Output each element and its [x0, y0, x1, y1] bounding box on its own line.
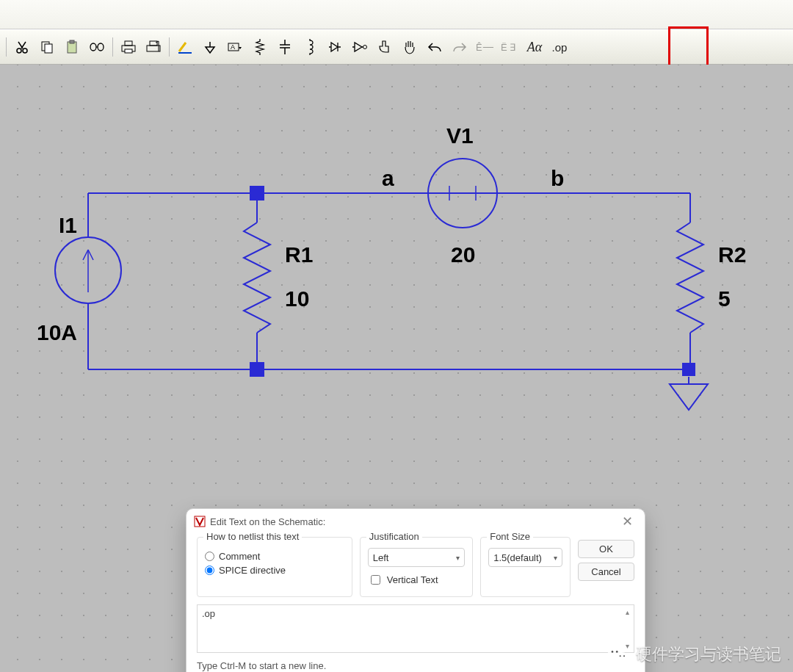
draw-wire-icon[interactable] — [174, 36, 196, 58]
label-R2-value: 5 — [718, 286, 731, 311]
net-label-a: a — [382, 166, 394, 191]
radio-spice-directive[interactable]: SPICE directive — [205, 565, 344, 576]
text-icon[interactable]: Aα — [524, 36, 546, 58]
diode-icon[interactable] — [324, 36, 346, 58]
watermark-text: 硬件学习与读书笔记 — [636, 643, 781, 665]
cut-icon[interactable] — [11, 36, 33, 58]
scroll-up-icon[interactable]: ▴ — [622, 607, 632, 617]
mirror-icon[interactable]: Ë ∃ — [499, 36, 521, 58]
label-I1-name: I1 — [59, 213, 77, 238]
rotate-icon[interactable]: Ê⟶ — [474, 36, 496, 58]
fontsize-group: Font Size 1.5(default) ▾ — [480, 537, 571, 597]
justification-group-label: Justification — [366, 531, 422, 542]
label-V1-name: V1 — [446, 123, 474, 148]
window-header-strip — [0, 0, 793, 29]
fontsize-select[interactable]: 1.5(default) ▾ — [488, 548, 562, 567]
label-I1-value: 10A — [37, 320, 77, 345]
svg-rect-5 — [70, 40, 74, 43]
edit-text-dialog: Edit Text on the Schematic: ✕ How to net… — [186, 508, 645, 672]
separator — [112, 37, 113, 57]
svg-point-27 — [616, 651, 618, 653]
svg-text:Ê⟶: Ê⟶ — [476, 42, 493, 53]
dialog-titlebar: Edit Text on the Schematic: ✕ — [187, 509, 645, 534]
svg-point-15 — [363, 46, 367, 49]
radio-comment[interactable]: Comment — [205, 551, 344, 562]
label-R2-name: R2 — [718, 242, 746, 267]
wechat-icon — [606, 643, 630, 666]
svg-rect-22 — [682, 363, 695, 376]
svg-rect-11 — [147, 46, 160, 51]
svg-text:Ë ∃: Ë ∃ — [501, 42, 515, 53]
svg-point-6 — [90, 43, 96, 51]
label-V1-value: 20 — [451, 242, 475, 267]
net-label-b: b — [551, 166, 564, 191]
find-icon[interactable] — [86, 36, 108, 58]
justification-value: Left — [373, 552, 389, 563]
netlist-group-label: How to netlist this text — [203, 531, 302, 542]
svg-point-7 — [98, 43, 104, 51]
chevron-down-icon: ▾ — [554, 554, 557, 562]
svg-rect-12 — [150, 41, 157, 46]
schematic-canvas[interactable]: I1 10A R1 10 V1 20 R2 5 a b Edit Text on… — [0, 65, 793, 672]
resistor-icon[interactable] — [249, 36, 271, 58]
copy-icon[interactable] — [36, 36, 58, 58]
separator — [169, 37, 170, 57]
spice-directive-icon[interactable]: .op — [548, 36, 571, 58]
radio-comment-label: Comment — [219, 551, 260, 562]
justification-select[interactable]: Left ▾ — [368, 548, 465, 567]
watermark: 硬件学习与读书笔记 — [606, 643, 781, 666]
dialog-footer-hint: Type Ctrl-M to start a new line. — [197, 660, 634, 671]
app-icon — [194, 516, 206, 527]
svg-point-25 — [616, 652, 628, 662]
svg-point-26 — [612, 651, 614, 653]
drag-icon[interactable] — [399, 36, 421, 58]
directive-textarea[interactable]: .op ▴ ▾ — [197, 604, 634, 653]
svg-point-0 — [17, 48, 21, 53]
fontsize-group-label: Font Size — [487, 531, 533, 542]
main-toolbar: A Ê⟶ Ë ∃ Aα .op — [0, 29, 793, 65]
cancel-button[interactable]: Cancel — [578, 563, 634, 581]
component-icon[interactable] — [349, 36, 371, 58]
ok-button[interactable]: OK — [578, 540, 634, 558]
undo-icon[interactable] — [424, 36, 446, 58]
svg-text:A: A — [231, 43, 235, 51]
svg-rect-21 — [250, 362, 264, 377]
paste-icon[interactable] — [61, 36, 83, 58]
svg-rect-20 — [250, 186, 264, 200]
svg-rect-9 — [125, 41, 132, 46]
move-icon[interactable] — [374, 36, 396, 58]
directive-text: .op — [202, 608, 215, 619]
print-icon[interactable] — [117, 36, 140, 58]
label-R1-name: R1 — [285, 242, 313, 267]
netlist-group: How to netlist this text Comment SPICE d… — [197, 537, 352, 597]
print-setup-icon[interactable] — [142, 36, 164, 58]
ground-icon[interactable] — [199, 36, 221, 58]
justification-group: Justification Left ▾ Vertical Text — [360, 537, 473, 597]
svg-point-29 — [623, 655, 625, 657]
redo-icon[interactable] — [449, 36, 471, 58]
capacitor-icon[interactable] — [274, 36, 296, 58]
svg-rect-10 — [125, 49, 132, 53]
svg-rect-3 — [45, 44, 52, 53]
dialog-title-text: Edit Text on the Schematic: — [210, 516, 325, 527]
chevron-down-icon: ▾ — [456, 554, 460, 562]
separator — [6, 37, 7, 57]
label-R1-value: 10 — [285, 286, 309, 311]
vertical-text-label: Vertical Text — [387, 574, 438, 585]
radio-spice-label: SPICE directive — [219, 565, 286, 576]
label-net-icon[interactable]: A — [224, 36, 246, 58]
dialog-close-button[interactable]: ✕ — [618, 513, 637, 530]
vertical-text-checkbox[interactable]: Vertical Text — [368, 573, 465, 587]
svg-point-28 — [620, 655, 621, 657]
svg-point-1 — [23, 48, 27, 53]
fontsize-value: 1.5(default) — [493, 552, 542, 563]
inductor-icon[interactable] — [299, 36, 321, 58]
